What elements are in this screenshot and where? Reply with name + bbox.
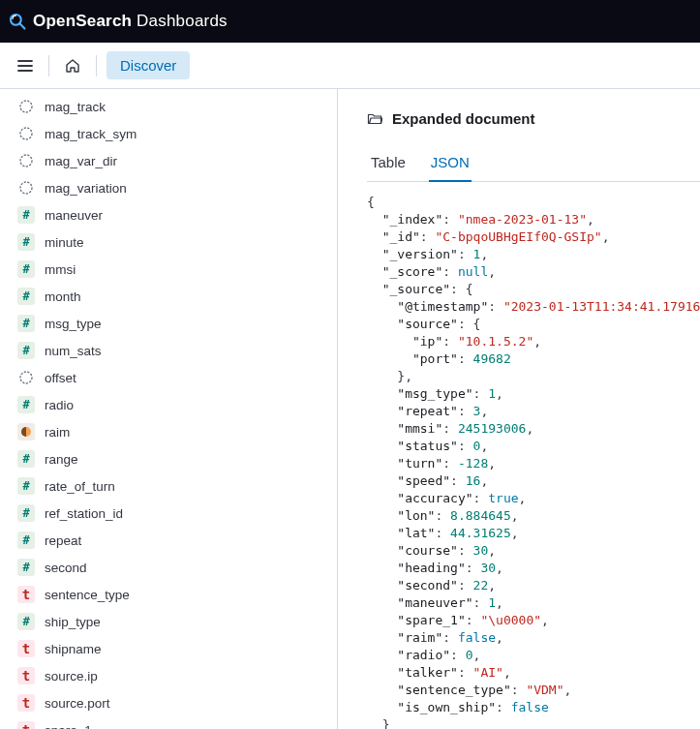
- field-item[interactable]: raim: [0, 418, 337, 445]
- field-name-label: radio: [45, 398, 320, 412]
- field-item[interactable]: #radio: [0, 391, 337, 418]
- field-type-unknown-icon: [17, 152, 35, 169]
- field-type-number-icon: #: [17, 233, 35, 251]
- field-type-unknown-icon: [17, 125, 35, 142]
- field-name-label: msg_type: [45, 317, 320, 331]
- field-name-label: mag_track: [45, 100, 320, 114]
- svg-point-5: [20, 372, 32, 383]
- field-type-text-icon: t: [17, 586, 35, 603]
- field-type-number-icon: #: [17, 504, 35, 522]
- field-item[interactable]: offset: [0, 364, 337, 391]
- field-type-text-icon: t: [17, 667, 35, 684]
- field-item[interactable]: #repeat: [0, 527, 337, 554]
- field-item[interactable]: #maneuver: [0, 201, 337, 228]
- field-name-label: minute: [45, 235, 320, 250]
- document-panel: Expanded document Table JSON { "_index":…: [338, 89, 700, 729]
- field-type-number-icon: #: [17, 260, 35, 278]
- field-item[interactable]: #minute: [0, 228, 337, 256]
- field-item[interactable]: #range: [0, 445, 337, 472]
- field-name-label: ship_type: [45, 615, 320, 629]
- field-item[interactable]: #ref_station_id: [0, 500, 337, 527]
- folder-open-icon: [367, 111, 382, 127]
- field-type-unknown-icon: [17, 369, 35, 386]
- svg-point-2: [20, 128, 32, 139]
- field-name-label: mmsi: [45, 262, 320, 277]
- field-name-label: mag_track_sym: [45, 127, 320, 141]
- discover-breadcrumb[interactable]: Discover: [107, 51, 190, 79]
- document-tabs: Table JSON: [367, 144, 700, 182]
- svg-point-4: [20, 182, 32, 194]
- field-type-number-icon: #: [17, 206, 35, 224]
- hamburger-icon: [16, 57, 34, 75]
- document-header-title: Expanded document: [392, 110, 535, 127]
- field-name-label: maneuver: [45, 208, 320, 223]
- field-name-label: shipname: [45, 642, 320, 656]
- field-item[interactable]: #second: [0, 554, 337, 581]
- field-item[interactable]: #ship_type: [0, 608, 337, 635]
- top-bar: OpenSearch Dashboards: [0, 0, 700, 43]
- svg-point-3: [20, 155, 32, 167]
- field-item[interactable]: tsource.ip: [0, 662, 337, 689]
- field-name-label: second: [45, 561, 320, 575]
- field-item[interactable]: tsource.port: [0, 689, 337, 716]
- field-type-unknown-icon: [17, 98, 35, 115]
- field-name-label: range: [45, 452, 320, 467]
- field-type-text-icon: t: [17, 640, 35, 657]
- field-item[interactable]: #rate_of_turn: [0, 472, 337, 500]
- field-type-number-icon: #: [17, 288, 35, 305]
- toolbar-divider: [96, 55, 97, 76]
- field-item[interactable]: mag_variation: [0, 174, 337, 201]
- field-name-label: sentence_type: [45, 588, 320, 602]
- field-name-label: source.port: [45, 696, 320, 711]
- field-type-number-icon: #: [17, 396, 35, 413]
- tab-json[interactable]: JSON: [429, 144, 472, 182]
- field-item[interactable]: tspare_1: [0, 716, 337, 729]
- field-item[interactable]: mag_track: [0, 93, 337, 120]
- field-name-label: raim: [45, 425, 320, 440]
- field-name-label: mag_var_dir: [45, 154, 320, 168]
- field-name-label: offset: [45, 371, 320, 385]
- field-name-label: month: [45, 289, 320, 304]
- field-type-number-icon: #: [17, 559, 35, 576]
- field-type-number-icon: #: [17, 450, 35, 468]
- field-name-label: repeat: [45, 533, 320, 548]
- field-type-number-icon: #: [17, 342, 35, 359]
- field-type-text-icon: t: [17, 694, 35, 712]
- field-item[interactable]: #msg_type: [0, 310, 337, 337]
- field-type-boolean-icon: [17, 423, 35, 440]
- home-button[interactable]: [59, 52, 86, 79]
- field-name-label: num_sats: [45, 344, 320, 358]
- field-name-label: source.ip: [45, 669, 320, 683]
- brand-logo[interactable]: OpenSearch Dashboards: [8, 12, 228, 31]
- field-type-number-icon: #: [17, 532, 35, 549]
- field-type-number-icon: #: [17, 315, 35, 332]
- tab-table[interactable]: Table: [369, 144, 408, 182]
- brand-text: OpenSearch Dashboards: [33, 12, 228, 31]
- field-type-number-icon: #: [17, 613, 35, 630]
- home-icon: [64, 57, 81, 75]
- field-item[interactable]: tshipname: [0, 635, 337, 662]
- field-item[interactable]: #month: [0, 283, 337, 310]
- svg-point-1: [20, 101, 32, 112]
- field-name-label: ref_station_id: [45, 506, 320, 521]
- secondary-toolbar: Discover: [0, 43, 700, 89]
- field-item[interactable]: tsentence_type: [0, 581, 337, 608]
- field-item[interactable]: mag_track_sym: [0, 120, 337, 147]
- toolbar-divider: [48, 55, 49, 76]
- fields-sidebar: mag_trackmag_track_symmag_var_dirmag_var…: [0, 89, 338, 729]
- field-name-label: mag_variation: [45, 181, 320, 196]
- menu-toggle-button[interactable]: [12, 52, 39, 79]
- field-item[interactable]: #mmsi: [0, 256, 337, 283]
- field-item[interactable]: #num_sats: [0, 337, 337, 364]
- document-header: Expanded document: [367, 110, 700, 127]
- field-item[interactable]: mag_var_dir: [0, 147, 337, 174]
- field-type-text-icon: t: [17, 721, 35, 729]
- field-type-unknown-icon: [17, 179, 35, 197]
- opensearch-icon: [8, 12, 27, 31]
- field-name-label: rate_of_turn: [45, 479, 320, 494]
- field-type-number-icon: #: [17, 477, 35, 495]
- json-viewer[interactable]: { "_index": "nmea-2023-01-13", "_id": "C…: [367, 194, 700, 729]
- field-name-label: spare_1: [45, 723, 320, 730]
